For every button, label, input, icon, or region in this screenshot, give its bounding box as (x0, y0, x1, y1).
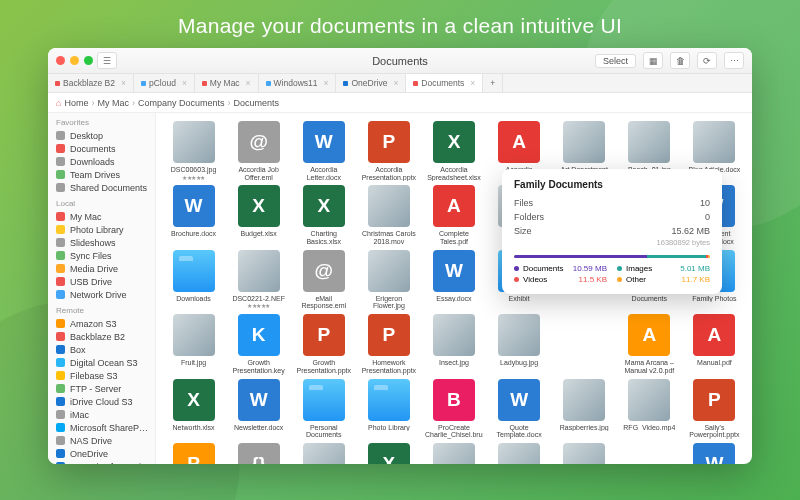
breadcrumb-item[interactable]: Company Documents (138, 98, 225, 108)
grid-view-button[interactable]: ▦ (643, 52, 663, 69)
file-item[interactable]: Personal Documents (292, 379, 355, 439)
file-item[interactable]: KGrowth Presentation.key (227, 314, 290, 374)
sidebar-item[interactable]: Digital Ocean S3 (48, 356, 155, 369)
file-thumbnail (368, 250, 410, 292)
file-item[interactable]: Snake.jpg (292, 443, 355, 464)
sidebar-item[interactable]: Backblaze B2 (48, 330, 155, 343)
trash-button[interactable]: 🗑 (670, 52, 690, 69)
sidebar-item[interactable]: OneDrive (48, 447, 155, 460)
file-name: Raspberries.jpg (560, 424, 609, 432)
home-icon[interactable]: ⌂ (56, 98, 61, 108)
file-item[interactable]: WQuote Template.docx (488, 379, 551, 439)
tab[interactable]: OneDrive× (336, 74, 406, 92)
file-item[interactable]: WNewsletter.docx (227, 379, 290, 439)
new-tab-button[interactable]: + (483, 74, 503, 92)
close-tab-icon[interactable]: × (393, 78, 398, 88)
sidebar-item-icon (56, 157, 65, 166)
sidebar-item[interactable]: My Mac (48, 210, 155, 223)
file-item[interactable]: XBudget.xlsx (227, 185, 290, 245)
sidebar-item[interactable]: Microsoft ShareP… (48, 421, 155, 434)
select-button[interactable]: Select (595, 54, 636, 68)
file-item[interactable]: WEssay.docx (422, 250, 485, 310)
sidebar-item[interactable]: USB Drive (48, 275, 155, 288)
file-item[interactable]: AComplete Tales.pdf (422, 185, 485, 245)
file-item[interactable]: XAccordia Spreadsheet.xlsx (422, 121, 485, 181)
file-thumbnail: P (693, 379, 735, 421)
file-item[interactable]: XNetworth.xlsx (162, 379, 225, 439)
sidebar-item[interactable]: Network Drive (48, 288, 155, 301)
file-item[interactable]: @Accordia Job Offer.eml (227, 121, 290, 181)
file-item[interactable]: Christmas Carols 2018.mov (357, 185, 420, 245)
sidebar-item[interactable]: iMac (48, 408, 155, 421)
file-item[interactable]: WBrochure.docx (162, 185, 225, 245)
tab[interactable]: My Mac× (195, 74, 259, 92)
file-item[interactable]: PSally's Notes.pages (162, 443, 225, 464)
sidebar-item[interactable]: Media Drive (48, 262, 155, 275)
file-item[interactable]: RFG_Video.mp4 (618, 379, 681, 439)
file-item[interactable]: Photo Library (357, 379, 420, 439)
file-item[interactable]: DSC00603.jpg★★★★★ (162, 121, 225, 181)
file-item[interactable]: BProCreate Charlie_Chisel.brush (422, 379, 485, 439)
file-item[interactable]: DSC0221-2.NEF★★★★★ (227, 250, 290, 310)
sidebar-item[interactable]: Sync Files (48, 249, 155, 262)
file-thumbnail (498, 314, 540, 356)
file-thumbnail: P (303, 314, 345, 356)
file-item[interactable]: PHomework Presentation.pptx (357, 314, 420, 374)
close-tab-icon[interactable]: × (121, 78, 126, 88)
breadcrumb-item[interactable]: Home (64, 98, 88, 108)
file-item[interactable]: AMama Arcana – Manual v2.0.pdf (618, 314, 681, 374)
file-item[interactable]: AManual.pdf (683, 314, 746, 374)
file-item[interactable]: PAccordia Presentation.pptx (357, 121, 420, 181)
close-tab-icon[interactable]: × (182, 78, 187, 88)
sidebar-item[interactable]: Box (48, 343, 155, 356)
file-item[interactable]: WAccordia Letter.docx (292, 121, 355, 181)
sidebar-item[interactable]: Photo Library (48, 223, 155, 236)
sidebar-item[interactable]: Team Drives (48, 168, 155, 181)
close-tab-icon[interactable]: × (324, 78, 329, 88)
file-item[interactable]: XSpreadsheet.xlsx (357, 443, 420, 464)
refresh-button[interactable]: ⟳ (697, 52, 717, 69)
tab[interactable]: pCloud× (134, 74, 195, 92)
sidebar-item[interactable]: OneDrive for Busi… (48, 460, 155, 464)
file-item[interactable]: @eMail Response.eml (292, 250, 355, 310)
file-item[interactable]: XCharting Basics.xlsx (292, 185, 355, 245)
tab[interactable]: Windows11× (259, 74, 337, 92)
file-item[interactable]: Sunset.jpg (422, 443, 485, 464)
file-item[interactable]: PSally's Powerpoint.pptx (683, 379, 746, 439)
sidebar-item[interactable]: Filebase S3 (48, 369, 155, 382)
sidebar-toggle-button[interactable]: ☰ (97, 52, 117, 69)
sidebar-item[interactable]: Downloads (48, 155, 155, 168)
breadcrumb-item[interactable]: My Mac (97, 98, 129, 108)
sidebar-item[interactable]: Amazon S3 (48, 317, 155, 330)
file-item[interactable]: Insect.jpg (422, 314, 485, 374)
minimize-icon[interactable] (70, 56, 79, 65)
tab[interactable]: Documents× (406, 74, 483, 92)
close-tab-icon[interactable]: × (470, 78, 475, 88)
file-item[interactable]: Raspberries.jpg (553, 379, 616, 439)
file-item[interactable]: WSally's Charlton Business Plan… (683, 443, 746, 464)
sidebar-item[interactable]: FTP - Server (48, 382, 155, 395)
file-item[interactable]: Switzerland Holiday 2019.mov (488, 443, 551, 464)
close-tab-icon[interactable]: × (246, 78, 251, 88)
maximize-icon[interactable] (84, 56, 93, 65)
file-item[interactable]: Ladybug.jpg (488, 314, 551, 374)
chevron-right-icon: › (228, 98, 231, 108)
tab[interactable]: Backblaze B2× (48, 74, 134, 92)
sidebar-item[interactable]: Documents (48, 142, 155, 155)
more-button[interactable]: ⋯ (724, 52, 744, 69)
sidebar-item[interactable]: Slideshows (48, 236, 155, 249)
file-item[interactable]: Erigeron Flower.jpg (357, 250, 420, 310)
file-item[interactable]: Downloads (162, 250, 225, 310)
file-grid-area: DSC00603.jpg★★★★★@Accordia Job Offer.eml… (156, 113, 752, 464)
file-item[interactable]: {}script.json (227, 443, 290, 464)
close-icon[interactable] (56, 56, 65, 65)
sidebar-item[interactable]: Shared Documents (48, 181, 155, 194)
file-item[interactable]: Tulips.jpg (553, 443, 616, 464)
sidebar-item[interactable]: NAS Drive (48, 434, 155, 447)
sidebar-item[interactable]: iDrive Cloud S3 (48, 395, 155, 408)
file-item[interactable]: Fruit.jpg (162, 314, 225, 374)
breadcrumb-item[interactable]: Documents (234, 98, 280, 108)
tab-label: OneDrive (351, 78, 387, 88)
sidebar-item[interactable]: Desktop (48, 129, 155, 142)
file-item[interactable]: PGrowth Presentation.pptx (292, 314, 355, 374)
